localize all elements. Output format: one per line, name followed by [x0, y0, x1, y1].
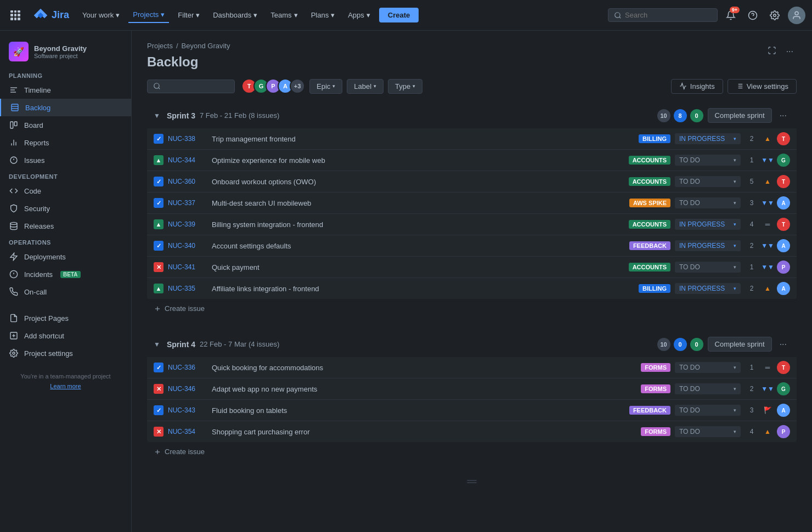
sprint3-header[interactable]: ▼ Sprint 3 7 Feb - 21 Feb (8 issues) 10 … [147, 103, 797, 128]
fullscreen-button[interactable] [765, 44, 779, 59]
table-row[interactable]: ✓ NUC-340 Account settings defaults FEED… [147, 235, 797, 257]
issue-status[interactable]: TO DO ▾ [675, 405, 741, 416]
projects-nav[interactable]: Projects ▾ [128, 7, 169, 23]
breadcrumb-projects[interactable]: Projects [147, 42, 173, 50]
user-avatar[interactable] [788, 7, 805, 24]
sidebar-item-backlog[interactable]: Backlog [0, 99, 131, 116]
plans-nav[interactable]: Plans ▾ [307, 8, 340, 22]
issue-status[interactable]: TO DO ▾ [675, 155, 741, 166]
issue-type-icon: ✓ [154, 405, 163, 415]
breadcrumb: Projects / Beyond Gravity [147, 42, 230, 50]
issue-status[interactable]: TO DO ▾ [675, 362, 741, 373]
table-row[interactable]: ▲ NUC-344 Optimize experience for mobile… [147, 150, 797, 171]
sprint3-create-issue[interactable]: Create issue [147, 299, 797, 318]
table-row[interactable]: ▲ NUC-339 Billing system integration - f… [147, 214, 797, 235]
sprint4-more-button[interactable]: ··· [776, 337, 790, 352]
learn-more-link[interactable]: Learn more [50, 383, 81, 389]
dashboards-nav[interactable]: Dashboards ▾ [208, 8, 262, 22]
issue-key: NUC-344 [168, 156, 206, 164]
sidebar-item-project-pages[interactable]: Project Pages [0, 309, 131, 327]
your-work-nav[interactable]: Your work ▾ [78, 8, 124, 22]
issue-status[interactable]: IN PROGRESS ▾ [675, 133, 741, 144]
board-icon [9, 120, 19, 130]
sprint3-more-button[interactable]: ··· [776, 109, 790, 123]
issue-label: ACCOUNTS [629, 263, 670, 271]
sidebar-item-issues[interactable]: Issues [0, 151, 131, 169]
avatar-filter-more[interactable]: +3 [290, 78, 305, 94]
view-settings-button[interactable]: View settings [728, 79, 797, 94]
notifications-button[interactable]: 9+ [722, 7, 740, 24]
toolbar-search[interactable] [147, 80, 235, 93]
sidebar-item-security[interactable]: Security [0, 200, 131, 217]
label-filter[interactable]: Label ▾ [347, 79, 384, 94]
table-row[interactable]: ✓ NUC-336 Quick booking for accommodatio… [147, 357, 797, 378]
issue-priority: ▼▼ [763, 155, 772, 165]
insights-button[interactable]: Insights [671, 79, 723, 94]
search-input[interactable] [625, 11, 702, 19]
grid-menu-button[interactable] [7, 7, 24, 24]
sprint4-collapse-icon: ▼ [154, 341, 160, 348]
development-section-label: DEVELOPMENT [0, 169, 131, 182]
issue-avatar: A [777, 239, 790, 252]
table-row[interactable]: ✓ NUC-338 Trip management frontend BILLI… [147, 128, 797, 150]
issue-avatar: A [777, 196, 790, 210]
toolbar-search-input[interactable] [164, 82, 219, 90]
sidebar-item-project-settings[interactable]: Project settings [0, 344, 131, 362]
sidebar-item-incidents[interactable]: Incidents BETA [0, 265, 131, 283]
help-button[interactable] [744, 7, 762, 24]
page-more-button[interactable]: ··· [783, 44, 797, 59]
table-row[interactable]: ✕ NUC-354 Shopping cart purchasing error… [147, 421, 797, 442]
svg-point-3 [774, 14, 776, 16]
sprint4-issues-table: ✓ NUC-336 Quick booking for accommodatio… [147, 357, 797, 442]
issue-summary: Quick payment [212, 263, 629, 271]
issue-summary: Multi-dest search UI mobileweb [212, 199, 629, 207]
table-row[interactable]: ✓ NUC-343 Fluid booking on tablets FEEDB… [147, 400, 797, 421]
sidebar-item-code[interactable]: Code [0, 182, 131, 200]
teams-nav[interactable]: Teams ▾ [266, 8, 302, 22]
issue-type-icon: ✕ [154, 262, 163, 272]
sidebar-item-timeline[interactable]: Timeline [0, 81, 131, 99]
epic-filter[interactable]: Epic ▾ [309, 79, 342, 94]
filter-nav[interactable]: Filter ▾ [173, 8, 204, 22]
sidebar-item-deployments[interactable]: Deployments [0, 248, 131, 265]
issue-status[interactable]: TO DO ▾ [675, 383, 741, 394]
apps-nav[interactable]: Apps ▾ [343, 8, 375, 22]
sidebar-item-add-shortcut[interactable]: Add shortcut [0, 327, 131, 344]
sidebar-item-board[interactable]: Board [0, 116, 131, 134]
issue-status[interactable]: TO DO ▾ [675, 176, 741, 187]
search-box[interactable] [608, 8, 718, 22]
sidebar-item-oncall[interactable]: On-call [0, 283, 131, 301]
settings-button[interactable] [766, 7, 783, 24]
sprint4-complete-button[interactable]: Complete sprint [708, 337, 772, 352]
timeline-icon [9, 85, 19, 95]
type-filter[interactable]: Type ▾ [388, 79, 422, 94]
sprint4-create-issue[interactable]: Create issue [147, 442, 797, 461]
sidebar-item-reports[interactable]: Reports [0, 134, 131, 151]
sprint3-dates: 7 Feb - 21 Feb (8 issues) [200, 111, 279, 120]
issue-status[interactable]: TO DO ▾ [675, 426, 741, 437]
issue-key: NUC-354 [168, 428, 206, 435]
issue-status[interactable]: IN PROGRESS ▾ [675, 283, 741, 294]
issue-summary: Account settings defaults [212, 242, 629, 250]
view-settings-icon [736, 82, 743, 90]
sprint4-header[interactable]: ▼ Sprint 4 22 Feb - 7 Mar (4 issues) 10 … [147, 331, 797, 357]
search-icon [614, 12, 622, 19]
breadcrumb-project[interactable]: Beyond Gravity [182, 42, 230, 50]
issue-status[interactable]: IN PROGRESS ▾ [675, 219, 741, 230]
help-icon [748, 10, 758, 20]
issue-key: NUC-338 [168, 135, 206, 143]
resize-handle[interactable] [147, 474, 797, 489]
table-row[interactable]: ▲ NUC-335 Affiliate links integration - … [147, 278, 797, 299]
sidebar-item-releases[interactable]: Releases [0, 217, 131, 235]
table-row[interactable]: ✓ NUC-360 Onboard workout options (OWO) … [147, 171, 797, 193]
issue-status[interactable]: TO DO ▾ [675, 197, 741, 208]
create-button[interactable]: Create [379, 8, 419, 22]
issue-priority: ▲ [763, 427, 772, 437]
table-row[interactable]: ✕ NUC-341 Quick payment ACCOUNTS TO DO ▾… [147, 257, 797, 278]
table-row[interactable]: ✕ NUC-346 Adapt web app no new payments … [147, 378, 797, 400]
issue-status[interactable]: TO DO ▾ [675, 262, 741, 273]
jira-logo[interactable]: Jira [29, 8, 74, 23]
table-row[interactable]: ✓ NUC-337 Multi-dest search UI mobileweb… [147, 193, 797, 214]
sprint3-complete-button[interactable]: Complete sprint [708, 108, 772, 123]
issue-status[interactable]: IN PROGRESS ▾ [675, 240, 741, 251]
